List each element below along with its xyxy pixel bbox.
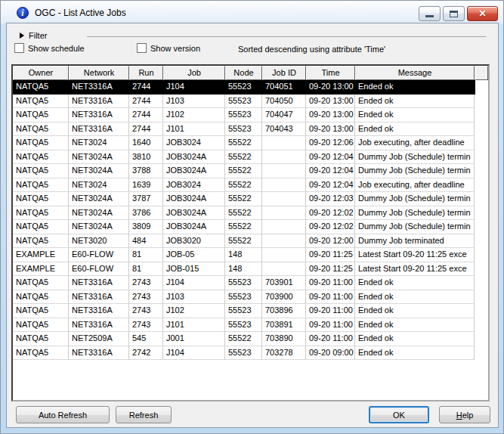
show-schedule-checkbox[interactable]: Show schedule — [14, 43, 85, 53]
table-cell: 704050 — [262, 95, 306, 109]
table-cell: J104 — [163, 80, 225, 95]
table-row[interactable]: NATQA5NET30241640JOB30245552209-20 12:06… — [13, 136, 475, 150]
table-cell: NATQA5 — [13, 290, 69, 305]
table-cell: 55522 — [225, 332, 262, 346]
table-row[interactable]: EXAMPLEE60-FLOW81JOB-01514809-20 11:25La… — [13, 262, 475, 277]
ok-button[interactable]: OK — [369, 406, 429, 423]
table-cell: J102 — [163, 304, 225, 318]
table-row[interactable]: NATQA5NET3024A3786JOB3024A5552209-20 12:… — [13, 206, 475, 221]
table-cell: 2743 — [129, 318, 163, 333]
refresh-button[interactable]: Refresh — [116, 406, 172, 423]
table-row[interactable]: NATQA5NET3316A2744J1035552370405009-20 1… — [13, 95, 475, 109]
table-cell: 09-20 11:00 — [306, 276, 355, 290]
table-cell: Ended ok — [355, 346, 475, 361]
table-cell: 55522 — [225, 220, 262, 234]
table-row[interactable]: NATQA5NET3316A2743J1025552370389609-20 1… — [13, 304, 475, 318]
table-cell — [262, 234, 306, 249]
table-cell: NATQA5 — [13, 136, 69, 150]
table-row[interactable]: NATQA5NET3316A2744J1015552370404309-20 1… — [13, 122, 475, 137]
table-cell: 09-20 13:00 — [306, 95, 355, 109]
table-cell: NET3316A — [69, 304, 129, 318]
table-row[interactable]: EXAMPLEE60-FLOW81JOB-0514809-20 11:25Lat… — [13, 248, 475, 262]
close-button[interactable]: ✕ — [467, 6, 498, 21]
column-header-owner[interactable]: Owner — [13, 66, 69, 80]
table-row[interactable]: NATQA5NET2509A545J0015552270389009-20 11… — [13, 332, 475, 346]
table-cell: 55523 — [225, 80, 262, 95]
table-cell: E60-FLOW — [69, 248, 129, 262]
table-row[interactable]: NATQA5NET30241639JOB30245552209-20 12:04… — [13, 178, 475, 193]
table-cell: NET3316A — [69, 346, 129, 361]
table-row[interactable]: NATQA5NET3316A2744J1045552370405109-20 1… — [13, 80, 475, 95]
table-cell: JOB3024A — [163, 206, 225, 221]
table-cell: 2744 — [129, 80, 163, 95]
table-cell: NATQA5 — [13, 80, 69, 95]
table-cell: NATQA5 — [13, 192, 69, 206]
table-row[interactable]: NATQA5NET3316A2742J1045552370327809-20 0… — [13, 346, 475, 361]
table-cell: Dummy Job (Schedule) termin — [355, 164, 475, 178]
title-bar[interactable]: i OGC - List Active Jobs ✕ — [1, 1, 503, 23]
table-cell: 55522 — [225, 206, 262, 221]
table-cell: Latest Start 09-20 11:25 exce — [355, 262, 475, 277]
table-row[interactable]: NATQA5NET3316A2743J1015552370389109-20 1… — [13, 318, 475, 333]
table-cell: Latest Start 09-20 11:25 exce — [355, 248, 475, 262]
table-cell: 2743 — [129, 290, 163, 305]
help-label: Help — [456, 411, 474, 420]
help-button[interactable]: Help — [439, 406, 490, 423]
maximize-button[interactable] — [443, 6, 465, 21]
table-cell: 3809 — [129, 220, 163, 234]
auto-refresh-button[interactable]: Auto Refresh — [16, 406, 110, 423]
table-row[interactable]: NATQA5NET3020484JOB30205552209-20 12:00D… — [13, 234, 475, 249]
table-cell: 484 — [129, 234, 163, 249]
table-cell: J104 — [163, 276, 225, 290]
table-cell: 81 — [129, 248, 163, 262]
table-cell: JOB3024 — [163, 178, 225, 193]
column-header-run[interactable]: Run — [129, 66, 163, 80]
table-cell: EXAMPLE — [13, 262, 69, 277]
column-header-node[interactable]: Node — [225, 66, 262, 80]
table-cell: Dummy Job (Schedule) termin — [355, 206, 475, 221]
table-row[interactable]: NATQA5NET3024A3788JOB3024A5552209-20 12:… — [13, 164, 475, 178]
column-header-time[interactable]: Time — [306, 66, 355, 80]
table-row[interactable]: NATQA5NET3316A2743J1045552370390109-20 1… — [13, 276, 475, 290]
table-row[interactable]: NATQA5NET3316A2744J1025552370404709-20 1… — [13, 108, 475, 122]
table-cell: NATQA5 — [13, 206, 69, 221]
table-row[interactable]: NATQA5NET3024A3810JOB3024A5552209-20 12:… — [13, 150, 475, 165]
table-cell: J103 — [163, 95, 225, 109]
minimize-icon — [425, 15, 434, 17]
table-cell: 09-20 12:04 — [306, 164, 355, 178]
table-cell: 09-20 11:25 — [306, 248, 355, 262]
table-cell: 55523 — [225, 290, 262, 305]
table-cell: 55523 — [225, 304, 262, 318]
table-cell: 09-20 12:04 — [306, 178, 355, 193]
show-version-checkbox[interactable]: Show version — [137, 43, 200, 53]
minimize-button[interactable] — [419, 6, 441, 21]
table-row[interactable]: NATQA5NET3024A3787JOB3024A5552209-20 12:… — [13, 192, 475, 206]
table-cell: 55522 — [225, 164, 262, 178]
column-header-job-id[interactable]: Job ID — [262, 66, 306, 80]
table-cell: NATQA5 — [13, 220, 69, 234]
table-cell: J101 — [163, 122, 225, 137]
table-cell: Ended ok — [355, 95, 475, 109]
column-header-job[interactable]: Job — [163, 66, 225, 80]
table-cell: Dummy Job (Schedule) termin — [355, 220, 475, 234]
table-row[interactable]: NATQA5NET3024A3809JOB3024A5552209-20 12:… — [13, 220, 475, 234]
table-cell: JOB3024A — [163, 192, 225, 206]
table-row[interactable]: NATQA5NET3316A2743J1035552370390009-20 1… — [13, 290, 475, 305]
filter-expander[interactable]: Filter — [20, 31, 47, 40]
column-header-blank — [475, 66, 488, 80]
table-cell: 55523 — [225, 122, 262, 137]
table-cell: 09-20 11:00 — [306, 332, 355, 346]
column-header-network[interactable]: Network — [69, 66, 129, 80]
column-header-message[interactable]: Message — [355, 66, 475, 80]
show-version-label: Show version — [150, 44, 200, 53]
table-cell — [262, 220, 306, 234]
table-cell: 703901 — [262, 276, 306, 290]
table-cell: 55523 — [225, 276, 262, 290]
table-cell: NET3024A — [69, 150, 129, 165]
sort-status-text: Sorted descending using attribute 'Time' — [238, 45, 385, 54]
table-cell: JOB3024A — [163, 220, 225, 234]
info-icon: i — [17, 7, 29, 19]
table-cell: 2743 — [129, 304, 163, 318]
table-cell: 55523 — [225, 108, 262, 122]
table-cell: Dummy Job (Schedule) termin — [355, 150, 475, 165]
